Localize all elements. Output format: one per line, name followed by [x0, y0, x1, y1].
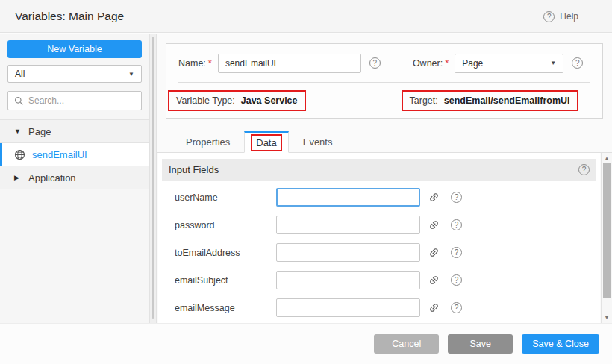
input-fields-help-icon[interactable]: ? — [578, 164, 590, 175]
bind-link-icon[interactable] — [428, 274, 440, 286]
variables-tree: ▼ Page sendEmailUI ▶ Application — [0, 119, 149, 189]
search-placeholder: Search... — [28, 95, 64, 106]
variable-detail-pane: Name: * ? Owner: * Page ▼ ? Variable Typ… — [157, 34, 612, 323]
dialog-footer: Cancel Save Save & Close — [0, 323, 612, 364]
owner-select-value: Page — [462, 58, 483, 69]
new-variable-button[interactable]: New Variable — [7, 40, 142, 58]
field-row-username: userName ? — [162, 183, 596, 211]
name-label: Name: — [178, 58, 206, 69]
variable-summary-panel: Name: * ? Owner: * Page ▼ ? Variable Typ… — [166, 43, 603, 119]
field-input-wrap — [276, 271, 420, 289]
field-help-icon[interactable]: ? — [451, 192, 462, 203]
field-input-wrap — [276, 243, 420, 262]
chevron-down-icon: ▼ — [550, 60, 556, 66]
bind-link-icon[interactable] — [428, 219, 440, 230]
variable-type-label: Variable Type: — [176, 95, 235, 106]
save-button[interactable]: Save — [448, 334, 513, 354]
emailsubject-input[interactable] — [276, 271, 420, 289]
field-row-emailsubject: emailSubject ? — [162, 266, 596, 294]
bind-link-icon[interactable] — [428, 192, 440, 203]
tab-properties[interactable]: Properties — [172, 131, 244, 152]
sidebar-scrollbar-thumb[interactable] — [152, 37, 154, 318]
field-help-icon[interactable]: ? — [451, 247, 462, 258]
target-value: sendEmail/sendEmailfromUI — [444, 95, 570, 106]
password-input[interactable] — [276, 216, 420, 234]
type-target-row: Variable Type: Java Service Target: send… — [166, 83, 602, 119]
field-label: emailSubject — [175, 275, 276, 286]
tree-node-label: Application — [28, 172, 76, 183]
help-button[interactable]: ? Help — [543, 0, 578, 33]
name-input[interactable] — [218, 54, 361, 73]
tab-label: Data — [256, 137, 276, 148]
page-title: Variables: Main Page — [0, 10, 124, 23]
name-help-icon[interactable]: ? — [369, 57, 381, 69]
target-label: Target: — [410, 95, 438, 106]
field-row-password: password ? — [162, 211, 596, 239]
field-label: userName — [175, 192, 276, 203]
field-input-wrap — [276, 188, 420, 207]
scroll-down-icon[interactable]: ▼ — [602, 314, 612, 321]
owner-help-icon[interactable]: ? — [572, 57, 583, 69]
data-tab-content: Input Fields ? userName ? password ? — [158, 153, 600, 323]
tree-node-sendemailui[interactable]: sendEmailUI — [0, 143, 149, 166]
content-scrollbar[interactable]: ▲ ▼ — [601, 153, 612, 323]
tree-node-page[interactable]: ▼ Page — [0, 120, 149, 143]
field-label: password — [175, 220, 276, 230]
input-fields-title: Input Fields — [169, 164, 219, 175]
bind-link-icon[interactable] — [428, 302, 440, 313]
sidebar-scrollbar[interactable] — [149, 34, 157, 323]
field-help-icon[interactable]: ? — [451, 219, 462, 230]
bind-link-icon[interactable] — [428, 247, 440, 258]
detail-tabs: Properties Data Events — [157, 131, 612, 153]
tree-node-label: sendEmailUI — [32, 149, 87, 160]
globe-icon — [14, 149, 25, 160]
name-owner-row: Name: * ? Owner: * Page ▼ ? — [166, 44, 602, 82]
variable-type-value: Java Service — [241, 95, 298, 106]
text-cursor — [284, 192, 284, 203]
scroll-up-icon[interactable]: ▲ — [602, 155, 612, 162]
variables-sidebar: New Variable All ▼ Search... ▼ Page send… — [0, 34, 149, 323]
field-label: emailMessage — [175, 303, 276, 313]
tree-collapsed-icon[interactable]: ▶ — [14, 174, 22, 181]
tab-data-annotation: Data — [251, 134, 281, 151]
field-input-wrap — [276, 298, 420, 317]
target-annotation: Target: sendEmail/sendEmailfromUI — [402, 90, 578, 111]
username-input[interactable] — [276, 188, 420, 207]
field-input-wrap — [276, 216, 420, 234]
tab-label: Events — [303, 136, 333, 148]
emailmessage-input[interactable] — [276, 298, 420, 317]
filter-dropdown-value: All — [15, 69, 25, 79]
tab-events[interactable]: Events — [289, 131, 347, 152]
tree-node-application[interactable]: ▶ Application — [0, 166, 149, 189]
owner-label: Owner: — [413, 58, 443, 69]
variable-type-annotation: Variable Type: Java Service — [168, 90, 306, 111]
tree-node-label: Page — [28, 126, 51, 137]
owner-select[interactable]: Page ▼ — [455, 54, 563, 73]
tab-data[interactable]: Data — [244, 131, 288, 153]
save-and-close-button[interactable]: Save & Close — [522, 334, 599, 354]
required-marker: * — [445, 57, 449, 69]
field-help-icon[interactable]: ? — [451, 302, 462, 313]
dialog-header: Variables: Main Page ? Help — [0, 0, 612, 33]
required-marker: * — [208, 57, 212, 69]
field-help-icon[interactable]: ? — [451, 274, 462, 286]
tree-expanded-icon[interactable]: ▼ — [14, 128, 22, 135]
chevron-down-icon: ▼ — [128, 71, 134, 78]
search-input[interactable]: Search... — [7, 91, 142, 110]
toemailaddress-input[interactable] — [276, 243, 420, 262]
field-row-toemailaddress: toEmailAddress ? — [162, 239, 596, 266]
cancel-button[interactable]: Cancel — [374, 334, 439, 354]
filter-dropdown[interactable]: All ▼ — [7, 65, 142, 83]
input-fields-header: Input Fields ? — [162, 159, 596, 181]
tab-label: Properties — [186, 136, 230, 148]
help-icon: ? — [543, 11, 555, 22]
help-label: Help — [560, 11, 578, 22]
content-scrollbar-thumb[interactable] — [603, 163, 611, 298]
field-label: toEmailAddress — [175, 248, 276, 258]
search-icon — [14, 96, 24, 106]
field-row-emailmessage: emailMessage ? — [162, 294, 596, 321]
